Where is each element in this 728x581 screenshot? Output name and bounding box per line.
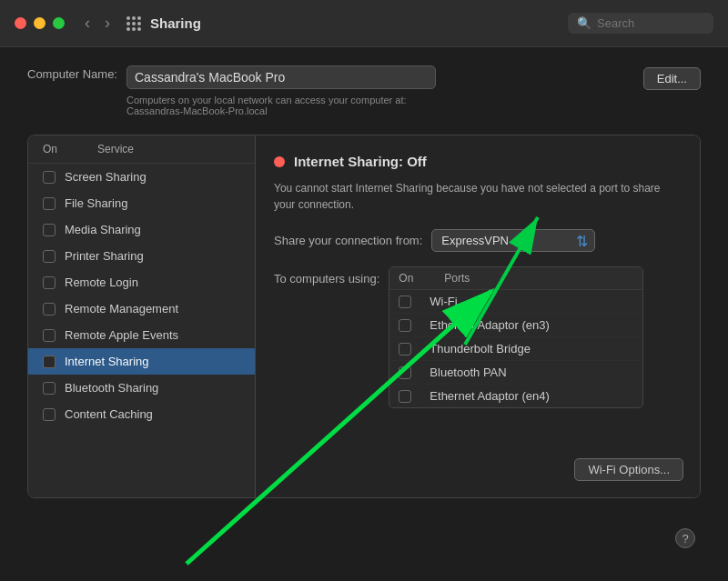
- wifi-options-button[interactable]: Wi-Fi Options...: [574, 458, 683, 481]
- checkbox-remote-management[interactable]: [43, 303, 56, 316]
- checkbox-bluetooth-pan[interactable]: [399, 366, 411, 379]
- sidebar-col-service-label: Service: [97, 143, 134, 155]
- minimize-button[interactable]: [34, 17, 46, 29]
- green-arrow: [438, 190, 547, 354]
- checkbox-remote-apple-events[interactable]: [43, 329, 56, 342]
- sidebar-item-internet-sharing[interactable]: Internet Sharing: [28, 348, 255, 375]
- port-name-bluetooth-pan: Bluetooth PAN: [430, 366, 506, 379]
- sidebar-item-content-caching[interactable]: Content Caching: [28, 401, 255, 427]
- computer-name-section: Computer Name: Computers on your local n…: [27, 65, 701, 116]
- traffic-lights: [15, 17, 65, 29]
- sidebar-label-printer-sharing: Printer Sharing: [65, 249, 144, 263]
- search-icon: 🔍: [577, 16, 592, 30]
- checkbox-file-sharing[interactable]: [43, 197, 56, 210]
- sidebar-label-bluetooth-sharing: Bluetooth Sharing: [65, 381, 158, 395]
- status-indicator: [274, 156, 285, 167]
- sidebar-label-media-sharing: Media Sharing: [65, 223, 141, 236]
- to-computers-label: To computers using:: [274, 266, 379, 285]
- checkbox-printer-sharing[interactable]: [43, 250, 56, 263]
- checkbox-ethernet-en4[interactable]: [399, 390, 411, 403]
- back-button[interactable]: ‹: [79, 12, 96, 35]
- port-name-ethernet-en4: Ethernet Adaptor (en4): [430, 389, 550, 403]
- status-title: Internet Sharing: Off: [294, 154, 427, 169]
- port-row-bluetooth-pan[interactable]: Bluetooth PAN: [389, 361, 642, 385]
- sidebar-label-internet-sharing: Internet Sharing: [65, 355, 149, 368]
- right-panel: Internet Sharing: Off You cannot start I…: [256, 135, 700, 497]
- svg-line-1: [465, 217, 538, 345]
- checkbox-internet-sharing[interactable]: [43, 356, 56, 368]
- help-button[interactable]: ?: [675, 528, 695, 548]
- maximize-button[interactable]: [53, 17, 65, 29]
- sidebar-item-media-sharing[interactable]: Media Sharing: [28, 216, 255, 243]
- window-title: Sharing: [150, 15, 568, 31]
- grid-icon[interactable]: [126, 16, 141, 31]
- edit-button[interactable]: Edit...: [643, 67, 701, 90]
- close-button[interactable]: [15, 17, 26, 29]
- sidebar-item-printer-sharing[interactable]: Printer Sharing: [28, 243, 255, 269]
- sidebar-label-file-sharing: File Sharing: [65, 196, 127, 210]
- checkbox-ethernet-en3[interactable]: [399, 319, 411, 332]
- checkbox-thunderbolt-bridge[interactable]: [399, 343, 411, 356]
- sidebar-item-remote-apple-events[interactable]: Remote Apple Events: [28, 322, 255, 348]
- checkbox-media-sharing[interactable]: [43, 224, 56, 236]
- checkbox-content-caching[interactable]: [43, 408, 56, 421]
- sidebar-label-remote-management: Remote Management: [65, 302, 178, 316]
- sidebar-col-on-label: On: [43, 143, 70, 155]
- sidebar-label-remote-login: Remote Login: [65, 275, 138, 289]
- sidebar-item-bluetooth-sharing[interactable]: Bluetooth Sharing: [28, 375, 255, 401]
- sidebar: On Service Screen Sharing File Sharing M…: [28, 135, 256, 497]
- computer-name-input-area: Computers on your local network can acce…: [126, 65, 629, 116]
- checkbox-wifi[interactable]: [399, 296, 411, 308]
- search-input[interactable]: [597, 16, 706, 30]
- sidebar-label-remote-apple-events: Remote Apple Events: [65, 328, 178, 342]
- checkbox-bluetooth-sharing[interactable]: [43, 382, 56, 395]
- port-row-ethernet-en4[interactable]: Ethernet Adaptor (en4): [389, 385, 642, 407]
- sidebar-item-file-sharing[interactable]: File Sharing: [28, 190, 255, 216]
- sidebar-label-content-caching: Content Caching: [65, 407, 153, 421]
- titlebar: ‹ › Sharing 🔍: [0, 0, 728, 47]
- content-area: Computer Name: Computers on your local n…: [0, 47, 728, 516]
- sidebar-label-screen-sharing: Screen Sharing: [65, 170, 147, 184]
- nav-buttons: ‹ ›: [79, 12, 116, 35]
- sidebar-header: On Service: [28, 135, 255, 164]
- sidebar-items-list: Screen Sharing File Sharing Media Sharin…: [28, 164, 255, 497]
- sidebar-item-screen-sharing[interactable]: Screen Sharing: [28, 164, 255, 190]
- checkbox-screen-sharing[interactable]: [43, 171, 56, 184]
- sidebar-item-remote-login[interactable]: Remote Login: [28, 269, 255, 296]
- checkbox-remote-login[interactable]: [43, 276, 56, 289]
- computer-name-label: Computer Name:: [27, 65, 117, 81]
- status-row: Internet Sharing: Off: [274, 154, 682, 169]
- forward-button[interactable]: ›: [99, 12, 116, 35]
- share-from-label: Share your connection from:: [274, 234, 422, 247]
- search-bar[interactable]: 🔍: [568, 13, 713, 34]
- ports-col-on-label: On: [399, 272, 426, 285]
- main-panel: On Service Screen Sharing File Sharing M…: [27, 135, 701, 498]
- computer-name-field[interactable]: [126, 65, 436, 89]
- sidebar-item-remote-management[interactable]: Remote Management: [28, 296, 255, 322]
- computer-name-subtitle: Computers on your local network can acce…: [126, 95, 629, 116]
